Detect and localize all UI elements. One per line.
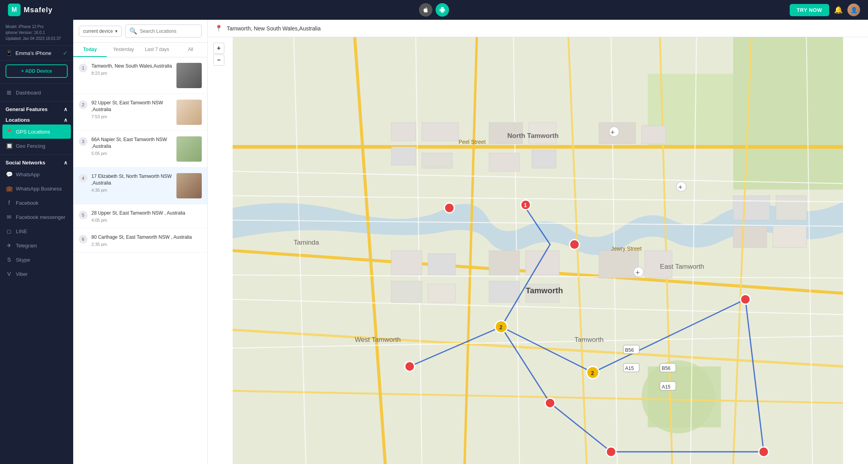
ios-platform-button[interactable] bbox=[419, 3, 432, 17]
device-selector-dropdown[interactable]: current device ▾ bbox=[79, 26, 122, 37]
svg-point-67 bbox=[606, 447, 616, 457]
line-label: LINE bbox=[16, 228, 27, 234]
location-time: 4:05 pm bbox=[91, 218, 202, 223]
location-details: 66A Napier St, East Tamworth NSW ,Austra… bbox=[91, 136, 172, 156]
location-item[interactable]: 1 Tamworth, New South Wales,Australia 8:… bbox=[73, 57, 207, 94]
sidebar-item-geo-fencing[interactable]: 🔲 Geo Fencing bbox=[0, 139, 73, 153]
map-header: 📍 Tamworth, New South Wales,Australia bbox=[208, 20, 868, 37]
location-search-bar: current device ▾ 🔍 bbox=[73, 20, 207, 43]
avatar[interactable]: 👤 bbox=[847, 4, 860, 16]
notification-icon[interactable]: 🔔 bbox=[834, 6, 843, 14]
divider-3 bbox=[0, 155, 73, 155]
sidebar-item-whatsapp[interactable]: 💬 WhatsApp bbox=[0, 167, 73, 181]
whatsapp-business-left: 💼 WhatsApp Business bbox=[6, 185, 62, 192]
logo-text: Msafely bbox=[24, 6, 53, 14]
svg-text:2: 2 bbox=[591, 370, 594, 376]
svg-point-60 bbox=[570, 240, 580, 249]
svg-text:+: + bbox=[678, 183, 682, 191]
sidebar-item-left: ⊞ Dashboard bbox=[6, 89, 41, 96]
line-left: ◻ LINE bbox=[6, 228, 27, 234]
tab-today[interactable]: Today bbox=[73, 43, 107, 57]
divider-1 bbox=[0, 83, 73, 84]
location-item[interactable]: 2 92 Upper St, East Tamworth NSW ,Austra… bbox=[73, 94, 207, 131]
social-networks-category[interactable]: Social Networks ∧ bbox=[0, 157, 73, 167]
svg-rect-33 bbox=[422, 153, 452, 168]
zoom-out-button[interactable]: − bbox=[213, 55, 224, 66]
sidebar-item-line[interactable]: ◻ LINE bbox=[0, 224, 73, 238]
svg-text:+: + bbox=[635, 268, 640, 277]
search-input[interactable] bbox=[140, 28, 197, 34]
logo: M Msafely bbox=[8, 4, 53, 16]
whatsapp-label: WhatsApp bbox=[16, 172, 40, 177]
skype-left: S Skype bbox=[6, 257, 30, 263]
svg-rect-7 bbox=[733, 226, 767, 247]
svg-rect-44 bbox=[489, 251, 519, 275]
svg-text:Tamworth: Tamworth bbox=[574, 336, 604, 343]
facebook-icon: f bbox=[6, 200, 13, 206]
sidebar-item-skype[interactable]: S Skype bbox=[0, 253, 73, 267]
location-thumbnail bbox=[176, 173, 202, 198]
location-item[interactable]: 6 80 Carthage St, East Tamworth NSW , Au… bbox=[73, 228, 207, 253]
tab-all[interactable]: All bbox=[174, 43, 207, 57]
svg-rect-30 bbox=[391, 123, 416, 141]
map-container[interactable]: North Tamworth Tamworth West Tamworth Ea… bbox=[208, 37, 868, 464]
sidebar-item-whatsapp-business[interactable]: 💼 WhatsApp Business bbox=[0, 181, 73, 196]
map-pin-icon: 📍 bbox=[215, 25, 223, 32]
location-address: 80 Carthage St, East Tamworth NSW , Aust… bbox=[91, 234, 202, 241]
time-tabs: Today Yesterday Last 7 days All bbox=[73, 43, 207, 57]
svg-text:B56: B56 bbox=[625, 347, 634, 353]
android-platform-button[interactable] bbox=[436, 3, 449, 17]
whatsapp-left: 💬 WhatsApp bbox=[6, 171, 40, 177]
device-info: Model: iPhone 12 Pro iphone Version: 16.… bbox=[0, 20, 73, 46]
avatar-image: 👤 bbox=[847, 4, 860, 16]
tab-yesterday[interactable]: Yesterday bbox=[107, 43, 140, 57]
location-item[interactable]: 3 66A Napier St, East Tamworth NSW ,Aust… bbox=[73, 131, 207, 168]
sidebar-item-facebook[interactable]: f Facebook bbox=[0, 196, 73, 210]
location-details: Tamworth, New South Wales,Australia 8:23… bbox=[91, 63, 172, 75]
line-icon: ◻ bbox=[6, 228, 13, 234]
device-selector-label: current device bbox=[83, 28, 113, 34]
location-time: 2:35 pm bbox=[91, 242, 202, 247]
svg-text:1: 1 bbox=[524, 202, 527, 208]
location-number: 3 bbox=[79, 137, 87, 146]
locations-category[interactable]: Locations ∧ bbox=[0, 114, 73, 124]
dashboard-label: Dashboard bbox=[16, 90, 41, 96]
tab-last7days[interactable]: Last 7 days bbox=[140, 43, 174, 57]
map-location-text: Tamworth, New South Wales,Australia bbox=[227, 25, 321, 32]
location-item[interactable]: 4 17 Elizabeth St, North Tamworth NSW ,A… bbox=[73, 168, 207, 204]
svg-rect-37 bbox=[532, 150, 556, 168]
skype-icon: S bbox=[6, 257, 13, 263]
location-item[interactable]: 5 28 Upper St, East Tamworth NSW , Austr… bbox=[73, 204, 207, 228]
svg-text:Jewry Street: Jewry Street bbox=[611, 245, 642, 252]
svg-text:West Tamworth: West Tamworth bbox=[355, 336, 401, 343]
device-selector[interactable]: 📱 Emma's iPhone ✓ bbox=[0, 46, 73, 60]
viber-icon: V bbox=[6, 271, 13, 277]
device-version: iphone Version: 16.0.1 bbox=[6, 30, 68, 36]
add-device-button[interactable]: + ADD Device bbox=[6, 64, 68, 78]
sidebar-item-telegram[interactable]: ✈ Telegram bbox=[0, 238, 73, 253]
location-panel: current device ▾ 🔍 Today Yesterday Last … bbox=[73, 20, 208, 464]
location-time: 5:05 pm bbox=[91, 151, 172, 156]
viber-label: Viber bbox=[16, 271, 28, 277]
sidebar-item-gps-locations[interactable]: 📍 GPS Locations bbox=[2, 124, 71, 139]
geo-fencing-icon: 🔲 bbox=[6, 143, 13, 149]
sidebar-item-dashboard[interactable]: ⊞ Dashboard bbox=[0, 85, 73, 100]
main-layout: Model: iPhone 12 Pro iphone Version: 16.… bbox=[0, 20, 868, 464]
sidebar-item-viber[interactable]: V Viber bbox=[0, 267, 73, 281]
general-features-category[interactable]: General Features ∧ bbox=[0, 103, 73, 114]
svg-text:Tamworth: Tamworth bbox=[526, 286, 563, 295]
gps-icon: 📍 bbox=[6, 128, 13, 135]
svg-text:+: + bbox=[610, 128, 615, 136]
sidebar-item-facebook-messenger[interactable]: ✉ Facebook messenger bbox=[0, 210, 73, 224]
social-networks-label: Social Networks bbox=[6, 160, 45, 166]
location-list: 1 Tamworth, New South Wales,Australia 8:… bbox=[73, 57, 207, 464]
svg-rect-42 bbox=[391, 281, 422, 302]
search-input-wrap[interactable]: 🔍 bbox=[125, 25, 202, 38]
device-updated: Updated: Jan 04 2023 16:01:37 bbox=[6, 36, 68, 41]
try-now-button[interactable]: TRY NOW bbox=[790, 4, 829, 16]
viber-left: V Viber bbox=[6, 271, 28, 277]
logo-icon: M bbox=[8, 4, 21, 16]
svg-point-66 bbox=[759, 447, 769, 457]
zoom-in-button[interactable]: + bbox=[213, 43, 224, 54]
device-phone-icon: 📱 bbox=[6, 50, 12, 56]
